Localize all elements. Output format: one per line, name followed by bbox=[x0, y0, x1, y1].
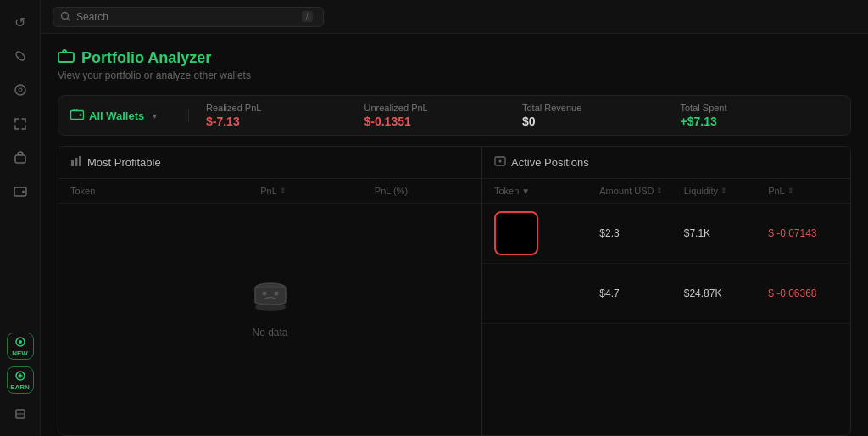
svg-point-13 bbox=[80, 114, 82, 116]
stat-value-unrealized: $-0.1351 bbox=[364, 115, 523, 128]
portfolio-icon bbox=[58, 49, 75, 67]
left-table-header: Token PnL ⇕ PnL (%) bbox=[58, 179, 481, 204]
search-input[interactable] bbox=[76, 11, 297, 23]
left-panel: Most Profitable Token PnL ⇕ PnL (%) bbox=[58, 147, 482, 435]
svg-rect-15 bbox=[75, 158, 78, 166]
svg-point-18 bbox=[262, 292, 266, 296]
history-icon[interactable]: ↺ bbox=[7, 8, 34, 36]
sort-pnl-icon: ⇕ bbox=[787, 187, 794, 195]
wallet2-icon[interactable] bbox=[7, 178, 34, 205]
right-panel-title: Active Positions bbox=[511, 156, 589, 169]
earn-button[interactable]: EARN bbox=[7, 366, 34, 394]
left-panel-header: Most Profitable bbox=[58, 147, 481, 179]
pnl-cell-2: $ -0.06368 bbox=[768, 288, 838, 299]
filter-icon: ▼ bbox=[521, 187, 530, 196]
no-data-icon bbox=[248, 275, 292, 320]
left-panel-title: Most Profitable bbox=[87, 156, 161, 169]
right-panel: Active Positions Token ▼ Amount USD ⇕ Li… bbox=[482, 147, 850, 435]
svg-point-1 bbox=[15, 85, 25, 95]
svg-point-19 bbox=[274, 292, 278, 296]
new-feature-button[interactable]: NEW bbox=[7, 333, 34, 360]
stat-value-realized: $-7.13 bbox=[206, 115, 364, 128]
stat-label-revenue: Total Revenue bbox=[522, 103, 681, 113]
rth-liquidity[interactable]: Liquidity ⇕ bbox=[684, 186, 768, 196]
liquidity-cell-1: $7.1K bbox=[684, 227, 768, 239]
right-panel-header: Active Positions bbox=[482, 147, 850, 179]
compass-icon[interactable] bbox=[7, 76, 34, 103]
no-data-state: No data bbox=[58, 204, 481, 435]
svg-rect-11 bbox=[58, 53, 74, 62]
rth-token[interactable]: Token ▼ bbox=[494, 186, 599, 196]
pnl-cell-1: $ -0.07143 bbox=[768, 227, 838, 239]
total-revenue-stat: Total Revenue $0 bbox=[522, 103, 681, 128]
amount-cell-2: $4.7 bbox=[599, 288, 683, 299]
svg-point-7 bbox=[19, 340, 22, 344]
bag-icon[interactable] bbox=[7, 144, 34, 171]
stat-label-realized: Realized PnL bbox=[206, 103, 364, 113]
token-cell-1 bbox=[494, 211, 599, 255]
table-row[interactable]: $4.7 $24.87K $ -0.06368 bbox=[482, 264, 850, 324]
realized-pnl-stat: Realized PnL $-7.13 bbox=[206, 103, 364, 128]
stat-value-spent: +$7.13 bbox=[681, 115, 839, 128]
right-table-header: Token ▼ Amount USD ⇕ Liquidity ⇕ PnL ⇕ bbox=[482, 179, 850, 204]
amount-cell-1: $2.3 bbox=[599, 227, 683, 239]
th-token: Token bbox=[70, 186, 260, 196]
sidebar: ↺ NEW bbox=[0, 0, 41, 436]
th-pnl[interactable]: PnL ⇕ bbox=[260, 186, 375, 196]
token-placeholder-2 bbox=[494, 271, 538, 316]
sort-arrow-pnl: ⇕ bbox=[280, 187, 287, 195]
panels-row: Most Profitable Token PnL ⇕ PnL (%) bbox=[58, 146, 851, 436]
sort-liquidity-icon: ⇕ bbox=[721, 187, 727, 195]
table-row[interactable]: $2.3 $7.1K $ -0.07143 bbox=[482, 204, 850, 264]
rth-amount[interactable]: Amount USD ⇕ bbox=[599, 186, 683, 196]
main-content: / Portfolio Analyzer View your portfolio… bbox=[41, 0, 868, 436]
stat-label-spent: Total Spent bbox=[681, 103, 839, 113]
search-kbd: / bbox=[302, 11, 313, 22]
svg-rect-14 bbox=[71, 160, 74, 166]
unrealized-pnl-stat: Unrealized PnL $-0.1351 bbox=[364, 103, 523, 128]
topbar: / bbox=[41, 0, 868, 34]
wallet-selector[interactable]: All Wallets ▾ bbox=[70, 109, 189, 122]
settings-icon[interactable] bbox=[7, 400, 34, 428]
svg-rect-16 bbox=[79, 156, 81, 166]
search-icon bbox=[60, 11, 71, 22]
wallet-label: All Wallets bbox=[89, 109, 144, 122]
total-spent-stat: Total Spent +$7.13 bbox=[681, 103, 839, 128]
stat-label-unrealized: Unrealized PnL bbox=[364, 103, 523, 113]
fullscreen-icon[interactable] bbox=[7, 110, 34, 137]
svg-point-0 bbox=[14, 50, 25, 61]
svg-rect-3 bbox=[15, 155, 25, 163]
sort-amount-icon: ⇕ bbox=[656, 187, 663, 195]
no-data-text: No data bbox=[252, 327, 287, 338]
page-title: Portfolio Analyzer bbox=[81, 49, 211, 67]
pill-icon[interactable] bbox=[7, 42, 34, 70]
wallet-bar: All Wallets ▾ Realized PnL $-7.13 Unreal… bbox=[58, 95, 851, 136]
wallet-selector-icon bbox=[70, 109, 84, 122]
page-subtitle: View your portfolio or analyze other wal… bbox=[58, 70, 851, 81]
stats-group: Realized PnL $-7.13 Unrealized PnL $-0.1… bbox=[189, 103, 838, 128]
svg-point-21 bbox=[499, 160, 502, 163]
page-header: Portfolio Analyzer View your portfolio o… bbox=[58, 49, 851, 81]
stat-value-revenue: $0 bbox=[522, 115, 681, 128]
rth-pnl[interactable]: PnL ⇕ bbox=[768, 186, 838, 196]
chevron-down-icon: ▾ bbox=[153, 111, 157, 120]
search-box[interactable]: / bbox=[53, 7, 324, 27]
svg-point-5 bbox=[22, 191, 25, 193]
svg-point-2 bbox=[19, 88, 22, 92]
liquidity-cell-2: $24.87K bbox=[684, 288, 768, 299]
token-cell-2 bbox=[494, 271, 599, 316]
active-positions-icon bbox=[494, 155, 506, 170]
content-area: Portfolio Analyzer View your portfolio o… bbox=[41, 34, 868, 436]
token-thumbnail-1 bbox=[494, 211, 538, 255]
chart-bar-icon bbox=[70, 155, 82, 170]
th-pnlpct: PnL (%) bbox=[375, 186, 470, 196]
